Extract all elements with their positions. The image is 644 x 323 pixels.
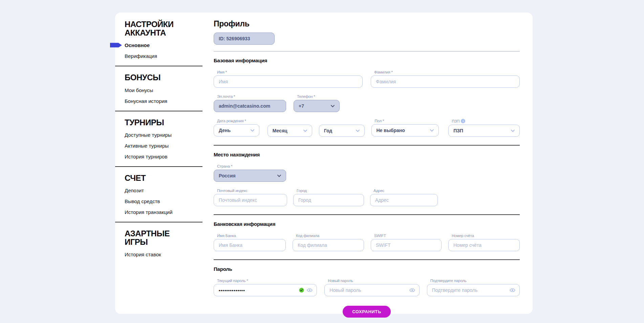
- check-circle-icon: [299, 288, 304, 293]
- postal-code-input[interactable]: [214, 194, 287, 206]
- sidebar-item-my-bonuses[interactable]: Мои бонусы: [125, 87, 202, 93]
- section-title-location: Место нахождения: [214, 152, 520, 157]
- sidebar-item-label: Вывод средств: [125, 198, 160, 204]
- gender-select[interactable]: Не выбрано: [371, 124, 439, 136]
- confirm-password-label: Подтвердите пароль: [430, 279, 520, 283]
- first-name-input[interactable]: [214, 76, 363, 88]
- section-divider: [214, 51, 520, 51]
- section-title-bank-info: Банковская информация: [214, 221, 520, 227]
- sidebar-item-label: История турниров: [125, 154, 167, 159]
- new-password-input[interactable]: [324, 284, 419, 296]
- bank-name-label: Имя Банка: [217, 234, 286, 238]
- pep-select[interactable]: ПЗП: [448, 125, 520, 137]
- sidebar-item-transaction-history[interactable]: История транзакций: [125, 209, 202, 215]
- sidebar-item-label: Активные турниры: [125, 143, 169, 149]
- sidebar-group-title-gambling: АЗАРТНЫЕ ИГРЫ: [125, 229, 194, 246]
- sidebar-item-withdrawal[interactable]: Вывод средств: [125, 198, 202, 204]
- phone-code-value: +7: [299, 103, 304, 109]
- eye-icon[interactable]: [409, 288, 415, 292]
- new-password-label: Новый пароль: [328, 279, 419, 283]
- save-button[interactable]: СОХРАНИТЬ: [343, 306, 391, 318]
- sidebar-item-tournament-history[interactable]: История турниров: [125, 154, 202, 159]
- chevron-down-icon: [356, 130, 360, 132]
- section-divider: [214, 145, 520, 146]
- sidebar-divider: [115, 166, 202, 167]
- current-password-label: Текущий пароль *: [217, 279, 317, 283]
- sidebar-group-title-account-settings: НАСТРОЙКИ АККАУНТА: [125, 20, 194, 37]
- gender-label: Пол *: [375, 119, 439, 123]
- email-field: [214, 100, 286, 112]
- sidebar-group-title-account: СЧЕТ: [125, 174, 194, 182]
- sidebar-item-label: Бонусная история: [125, 98, 167, 104]
- eye-icon[interactable]: [307, 288, 313, 292]
- sidebar: НАСТРОЙКИ АККАУНТА Основное Верификация …: [115, 20, 202, 262]
- sidebar-item-label: История ставок: [125, 252, 161, 257]
- first-name-label: Имя *: [217, 70, 363, 74]
- sidebar-item-active-tournaments[interactable]: Активные турниры: [125, 143, 202, 149]
- dob-day-select[interactable]: День: [214, 124, 259, 136]
- chevron-down-icon: [303, 130, 307, 132]
- sidebar-item-label: Верификация: [125, 53, 157, 59]
- chevron-down-icon: [430, 129, 434, 132]
- section-title-basic-info: Базовая информация: [214, 58, 520, 63]
- sidebar-item-bet-history[interactable]: История ставок: [125, 252, 202, 257]
- info-icon[interactable]: i: [461, 119, 465, 123]
- country-label: Страна *: [217, 164, 286, 168]
- sidebar-item-label: Доступные турниры: [125, 132, 172, 138]
- section-title-password: Пароль: [214, 266, 520, 272]
- last-name-input[interactable]: [371, 76, 520, 88]
- sidebar-item-main[interactable]: Основное: [125, 42, 202, 48]
- sidebar-item-bonus-history[interactable]: Бонусная история: [125, 98, 202, 104]
- sidebar-item-deposit[interactable]: Депозит: [125, 188, 202, 193]
- chevron-down-icon: [511, 130, 515, 132]
- branch-code-label: Код филиала: [296, 234, 364, 238]
- sidebar-item-verification[interactable]: Верификация: [125, 53, 202, 59]
- sidebar-divider: [115, 111, 202, 111]
- section-divider: [214, 214, 520, 215]
- active-arrow-icon: [110, 43, 122, 47]
- sidebar-item-available-tournaments[interactable]: Доступные турниры: [125, 132, 202, 138]
- settings-panel: НАСТРОЙКИ АККАУНТА Основное Верификация …: [115, 13, 533, 314]
- country-value: Россия: [219, 173, 236, 178]
- chevron-down-icon: [251, 129, 254, 132]
- city-input[interactable]: [293, 194, 364, 206]
- sidebar-item-label: Депозит: [125, 188, 144, 193]
- account-number-label: Номер счёта: [452, 234, 520, 238]
- swift-label: SWIFT: [374, 234, 442, 238]
- user-id-field: [214, 33, 275, 45]
- sidebar-divider: [115, 66, 202, 66]
- dob-day-value: День: [219, 128, 231, 133]
- chevron-down-icon: [331, 105, 335, 107]
- dob-month-value: Месяц: [273, 128, 287, 133]
- address-label: Адрес: [373, 189, 438, 193]
- account-number-input[interactable]: [448, 239, 520, 251]
- phone-label: Телефон *: [297, 94, 340, 99]
- email-label: Эл.почта *: [217, 94, 286, 99]
- dob-year-select[interactable]: Год: [319, 125, 365, 137]
- dob-year-value: Год: [324, 128, 332, 133]
- sidebar-item-label: Мои бонусы: [125, 87, 153, 93]
- city-label: Город: [297, 189, 364, 193]
- branch-code-input[interactable]: [293, 239, 364, 251]
- sidebar-item-label: Основное: [125, 42, 150, 48]
- pep-label: ПЗП: [452, 119, 459, 123]
- sidebar-item-label: История транзакций: [125, 209, 172, 215]
- sidebar-group-title-bonuses: БОНУСЫ: [125, 73, 194, 82]
- dob-month-select[interactable]: Месяц: [267, 125, 312, 137]
- address-input[interactable]: [370, 194, 438, 206]
- section-divider: [214, 259, 520, 260]
- dob-label: Дата рождения *: [217, 119, 259, 123]
- country-select[interactable]: Россия: [214, 170, 286, 182]
- chevron-down-icon: [277, 175, 281, 177]
- swift-input[interactable]: [371, 239, 442, 251]
- bank-name-input[interactable]: [214, 239, 286, 251]
- sidebar-divider: [115, 222, 202, 222]
- page-title: Профиль: [214, 19, 520, 28]
- postal-code-label: Почтовый индекс: [217, 189, 287, 193]
- phone-code-select[interactable]: +7: [294, 100, 340, 112]
- confirm-password-input[interactable]: [427, 284, 520, 296]
- eye-icon[interactable]: [510, 288, 515, 292]
- sidebar-group-title-tournaments: ТУРНИРЫ: [125, 118, 194, 127]
- profile-content: Профиль Базовая информация Имя * Фамилия…: [214, 19, 520, 318]
- pep-value: ПЗП: [453, 128, 463, 133]
